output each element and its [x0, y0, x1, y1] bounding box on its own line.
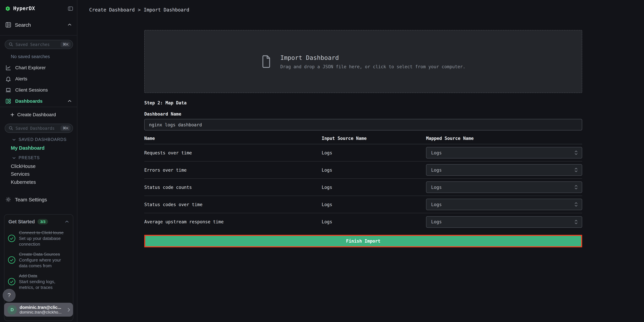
user-name: dominic.tran@clic...	[20, 305, 67, 310]
get-started-item[interactable]: Create Data Sources Configure where your…	[8, 251, 70, 269]
user-email: dominic.tran@clickho...	[20, 310, 67, 314]
shortcut-badge: ⌘K	[61, 42, 70, 47]
chevron-down-icon	[12, 156, 16, 159]
table-row: Average upstream response time Logs Logs	[144, 213, 582, 230]
get-started-item-title: Create Data Sources	[19, 252, 60, 257]
table-header-row: Name Input Source Name Mapped Source Nam…	[144, 136, 582, 144]
shortcut-badge: ⌘K	[61, 125, 70, 131]
help-button[interactable]: ?	[3, 289, 16, 302]
divider	[0, 107, 77, 107]
user-menu[interactable]: D dominic.tran@clic... dominic.tran@clic…	[4, 303, 73, 316]
sidebar-item-services[interactable]: Services	[11, 171, 30, 178]
mapped-source-select[interactable]: Logs	[426, 147, 582, 158]
dropzone-description: Drag and drop a JSON file here, or click…	[280, 64, 466, 69]
mapped-source-select[interactable]: Logs	[426, 182, 582, 193]
mapped-source-select[interactable]: Logs	[426, 199, 582, 210]
mapping-table: Name Input Source Name Mapped Source Nam…	[144, 136, 582, 230]
hyperdx-logo-icon[interactable]	[6, 6, 10, 11]
sidebar: HyperDX Search	[0, 0, 77, 322]
column-header-name: Name	[144, 136, 322, 141]
chevron-down-icon	[12, 138, 16, 141]
get-started-title: Get Started	[8, 219, 35, 224]
sidebar-item-label: Client Sessions	[15, 87, 48, 92]
saved-dashboards-input[interactable]	[16, 126, 61, 130]
get-started-item-title: Connect to ClickHouse	[19, 230, 64, 235]
select-arrows-icon	[574, 184, 578, 190]
selected-value: Logs	[431, 219, 574, 224]
get-started-item-desc: Set up your database connection	[19, 236, 68, 247]
search-icon	[9, 126, 13, 130]
team-settings-label: Team Settings	[15, 196, 47, 202]
chevron-up-icon	[68, 100, 72, 102]
sidebar-item-team-settings[interactable]: Team Settings	[0, 194, 77, 204]
file-icon	[261, 55, 271, 68]
breadcrumb: Create Dashboard > Import Dashboard	[89, 7, 189, 12]
main-area: Create Dashboard > Import Dashboard Impo…	[78, 0, 644, 322]
saved-searches-search: ⌘K	[5, 40, 73, 49]
no-saved-searches-text: No saved searches	[11, 54, 50, 59]
row-name: Errors over time	[144, 168, 322, 172]
row-name: Average upstream response time	[144, 219, 322, 224]
chart-icon	[6, 65, 11, 70]
selected-value: Logs	[431, 185, 574, 190]
laptop-icon	[6, 87, 11, 93]
section-presets[interactable]: PRESETS	[12, 155, 40, 161]
mapped-source-select[interactable]: Logs	[426, 164, 582, 176]
select-arrows-icon	[574, 219, 578, 224]
dashboard-grid-icon	[6, 98, 11, 104]
column-header-mapped-source: Mapped Source Name	[426, 136, 582, 141]
mapped-source-select[interactable]: Logs	[426, 216, 582, 228]
file-dropzone[interactable]: Import Dashboard Drag and drop a JSON fi…	[144, 30, 582, 93]
saved-searches-input[interactable]	[16, 42, 61, 47]
sidebar-item-chart-explorer[interactable]: Chart Explorer	[0, 63, 77, 72]
search-icon	[9, 42, 13, 47]
table-row: Errors over time Logs Logs	[144, 162, 582, 179]
create-dashboard-button[interactable]: Create Dashboard	[10, 110, 56, 118]
get-started-item-title: Add Data	[19, 273, 37, 278]
section-saved-dashboards[interactable]: SAVED DASHBOARDS	[12, 136, 66, 142]
plus-icon	[10, 112, 14, 117]
check-circle-icon	[8, 234, 16, 242]
select-arrows-icon	[574, 150, 578, 156]
search-section-label: Search	[15, 22, 31, 28]
divider	[0, 35, 77, 36]
create-dashboard-label: Create Dashboard	[17, 112, 56, 117]
section-label: SAVED DASHBOARDS	[18, 137, 66, 142]
sidebar-item-kubernetes[interactable]: Kubernetes	[11, 179, 36, 186]
select-arrows-icon	[574, 202, 578, 207]
row-name: Status codes over time	[144, 202, 322, 207]
saved-dashboards-search: ⌘K	[5, 124, 73, 133]
get-started-item[interactable]: Add Data Start sending logs, metrics, or…	[8, 273, 70, 290]
selected-value: Logs	[431, 150, 574, 155]
sidebar-section-search[interactable]: Search	[0, 20, 77, 30]
check-circle-icon	[8, 256, 16, 264]
sidebar-item-client-sessions[interactable]: Client Sessions	[0, 85, 77, 94]
row-input-source: Logs	[322, 219, 426, 224]
collapse-panel-icon	[68, 6, 73, 11]
sidebar-item-label: Chart Explorer	[15, 65, 46, 70]
row-input-source: Logs	[322, 168, 426, 172]
chevron-right-icon	[67, 307, 70, 312]
row-name: Status code counts	[144, 185, 322, 190]
get-started-header[interactable]: Get Started 3/3	[4, 214, 73, 224]
sidebar-item-my-dashboard[interactable]: My Dashboard	[11, 144, 44, 151]
row-input-source: Logs	[322, 202, 426, 207]
breadcrumb-import-dashboard[interactable]: Import Dashboard	[144, 7, 190, 12]
sidebar-item-dashboards[interactable]: Dashboards	[0, 96, 77, 106]
breadcrumb-separator: >	[138, 7, 141, 12]
get-started-item[interactable]: Connect to ClickHouse Set up your databa…	[8, 230, 70, 247]
chevron-up-icon	[65, 220, 69, 223]
logo-text[interactable]: HyperDX	[13, 6, 35, 12]
get-started-items: Connect to ClickHouse Set up your databa…	[4, 224, 73, 290]
search-section-icon	[6, 22, 11, 28]
sidebar-item-alerts[interactable]: Alerts	[0, 74, 77, 84]
row-name: Requests over time	[144, 150, 322, 155]
sidebar-collapse-button[interactable]	[68, 6, 73, 11]
selected-value: Logs	[431, 168, 574, 172]
sidebar-item-label: Alerts	[15, 76, 27, 82]
dashboard-name-input[interactable]	[144, 119, 582, 130]
breadcrumb-create-dashboard[interactable]: Create Dashboard	[89, 7, 135, 12]
column-header-input-source: Input Source Name	[322, 136, 426, 141]
finish-import-button[interactable]: Finish Import	[144, 235, 582, 247]
sidebar-item-clickhouse[interactable]: ClickHouse	[11, 163, 36, 170]
